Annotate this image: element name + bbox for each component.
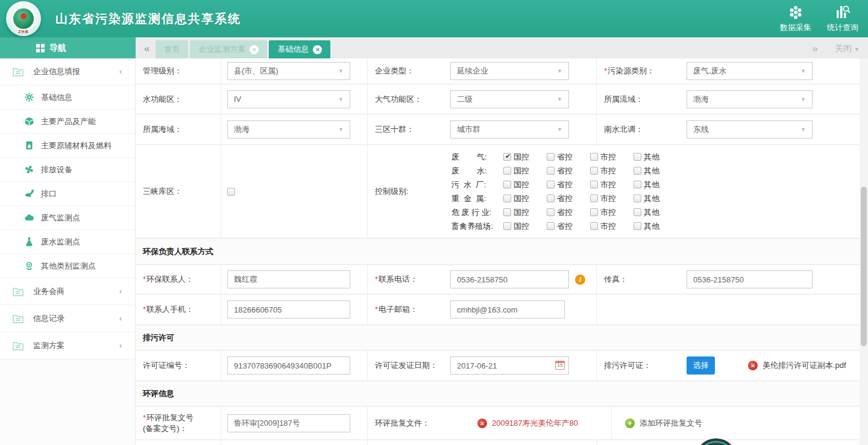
caret-down-icon: ▼ [557,126,562,132]
sidebar-item-outlets[interactable]: 排口 [0,182,135,206]
cloud-icon [23,212,35,224]
checkbox[interactable] [503,194,511,202]
info-icon[interactable]: i [575,275,585,285]
tab-home[interactable]: 首页 [156,40,188,58]
checkbox[interactable] [503,167,511,175]
checkbox[interactable] [634,181,641,188]
sidebar-item-waste-water-points[interactable]: 废水监测点 [0,230,135,254]
logo-text: ZHB [18,30,28,34]
fax-input[interactable] [687,270,813,288]
enterprise-type-select[interactable]: 延续企业▼ [450,62,569,80]
sidebar-item-label: 排口 [41,188,57,199]
delete-file-icon[interactable]: × [477,419,487,428]
permit-number-input[interactable] [227,356,350,375]
field-label: 大气功能区： [368,94,422,105]
checkbox[interactable] [547,153,555,161]
field-label: 管理级别： [136,66,182,76]
sidebar-group-monitoring-plan[interactable]: 监测方案 ‹ [0,332,135,359]
management-level-select[interactable]: 县(市、区属)▼ [227,62,350,80]
plus-icon: + [625,419,635,428]
sidebar-item-main-products[interactable]: 主要产品及产能 [0,110,135,134]
air-function-zone-select[interactable]: 二级▼ [450,90,569,108]
sidebar-group-enterprise-info[interactable]: 企业信息填报 ‹ [0,58,135,86]
form-row: *环评批复文号 (备案文号)： 环评批复文件： × 2009187寿光美伦年产8… [136,406,860,440]
tab-scroll-right-icon[interactable]: » [813,43,818,55]
checkbox[interactable] [590,222,598,230]
permit-file-name[interactable]: 美伦排污许可证副本.pdf [763,360,846,371]
field-label: *环评批复文号 (备案文号)： [136,412,193,434]
sea-area-select[interactable]: 渤海▼ [227,120,350,138]
sidebar-item-label: 主要产品及产能 [41,116,96,127]
sidebar-item-other-points[interactable]: 其他类别监测点 [0,254,135,278]
sidebar-item-label: 废水监测点 [41,237,80,247]
vertical-scrollbar[interactable] [860,58,868,445]
tab-basic-info[interactable]: 基础信息 × [269,40,330,58]
control-row-label: 废 气: [451,152,497,163]
eia-file-name[interactable]: 2009187寿光美伦年产80 [492,418,578,429]
checkbox[interactable] [590,194,598,202]
checkbox[interactable] [547,222,555,230]
checkbox[interactable] [634,208,641,216]
sidebar-group-info-records[interactable]: 信息记录 ‹ [0,305,135,332]
contact-phone-input[interactable] [450,270,569,288]
statistics-query-button[interactable]: 统计查询 [827,4,858,33]
email-input[interactable] [450,300,565,319]
checkbox[interactable] [503,153,511,161]
form-row: 所属海域： 渤海▼ 三区十群： 城市群▼ 南水北调： 东线▼ [136,114,860,145]
checkbox[interactable] [634,153,641,161]
tab-basic-info-label: 基础信息 [277,44,309,55]
sidebar-item-waste-gas-points[interactable]: 废气监测点 [0,206,135,230]
field-label: 企业类型： [368,66,414,76]
nav-band[interactable]: 导航 [0,37,136,58]
checkbox[interactable] [590,181,598,188]
checkbox[interactable] [590,153,598,161]
tab-enterprise-monitoring-plan[interactable]: 企业监测方案 × [190,40,267,58]
checkbox[interactable] [547,208,555,216]
calendar-icon[interactable]: 15 [555,361,565,370]
permit-issue-date-input[interactable] [450,356,569,375]
caret-down-icon: ▼ [338,96,344,102]
checkbox[interactable] [547,194,555,202]
close-icon[interactable]: × [250,45,259,54]
checkbox[interactable] [547,167,555,175]
checkbox[interactable] [590,167,598,175]
pollution-source-type-select[interactable]: 废气,废水▼ [687,62,813,80]
sidebar-group-business-consult[interactable]: 业务会商 ‹ [0,278,135,305]
sidebar-item-emission-equipment[interactable]: 排放设备 [0,158,135,182]
choose-file-button[interactable]: 选择 [687,356,715,375]
scrollbar-thumb[interactable] [861,187,867,346]
add-eia-approval-button[interactable]: + 添加环评批复文号 [625,418,702,429]
tab-scroll-left-icon[interactable]: « [136,43,156,58]
sidebar-item-basic-info[interactable]: 基础信息 [0,86,135,110]
checkbox[interactable] [503,222,511,230]
three-zones-ten-clusters-select[interactable]: 城市群▼ [450,120,569,138]
env-contact-name-input[interactable] [227,270,350,288]
water-function-zone-select[interactable]: IV▼ [227,90,350,108]
close-tabs-menu[interactable]: 关闭▼ [835,43,860,54]
checkbox[interactable] [503,181,511,188]
river-basin-select[interactable]: 渤海▼ [687,90,813,108]
close-icon[interactable]: × [313,45,322,54]
checkbox[interactable] [590,208,598,216]
sidebar-item-label: 主要原辅材料及燃料 [41,140,112,151]
delete-file-icon[interactable]: × [748,361,758,370]
checkbox[interactable] [634,167,641,175]
eia-approval-number-input[interactable] [227,414,350,432]
checkbox[interactable] [634,194,641,202]
three-gorges-checkbox[interactable] [227,188,235,196]
checkbox[interactable] [503,208,511,216]
checkbox[interactable] [634,222,641,230]
folder-list-icon [12,285,24,297]
chevron-left-icon: ‹ [119,287,122,296]
cube-icon [23,116,35,128]
sidebar-item-label: 基础信息 [41,92,72,103]
control-row-sewage-plant: 污 水 厂: 国控 省控 市控 其他 [451,178,671,191]
app-logo: ZHB [6,1,41,36]
furnace-icon [23,140,35,152]
contact-mobile-input[interactable] [227,300,350,319]
south-north-water-select[interactable]: 东线▼ [687,120,813,138]
sidebar-item-raw-materials[interactable]: 主要原辅材料及燃料 [0,134,135,158]
data-collection-button[interactable]: 数据采集 [780,4,811,33]
checkbox[interactable] [547,181,555,188]
fan-icon [23,164,35,176]
